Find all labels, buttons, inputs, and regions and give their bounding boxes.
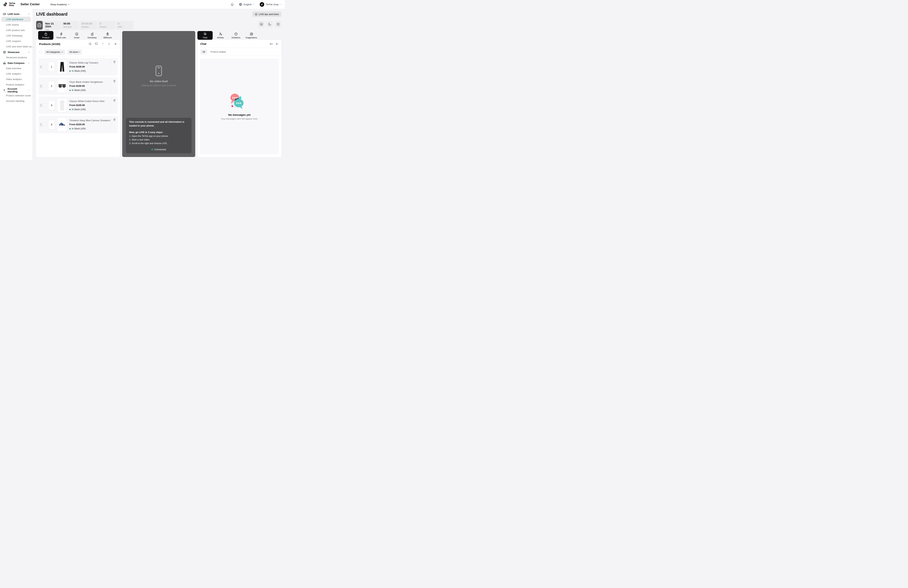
chat-filter-all[interactable]: All <box>200 49 207 55</box>
monitor-chart-icon <box>260 22 263 26</box>
group-label: LIVE tools <box>8 13 19 15</box>
lightning-icon <box>60 32 63 36</box>
brand-line-2: Shop <box>9 4 15 6</box>
tab-billboard[interactable]: Billboard <box>100 31 115 40</box>
tab-product[interactable]: Product <box>38 31 53 40</box>
sidebar-item-live-coupons[interactable]: LIVE coupons <box>2 39 31 44</box>
globe-icon <box>239 3 242 6</box>
sidebar-item-data-overview[interactable]: Data overview <box>2 66 31 71</box>
drag-handle-icon[interactable] <box>40 123 42 126</box>
pin-to-top-icon[interactable] <box>101 42 105 45</box>
tab-activity[interactable]: Activity <box>213 31 228 40</box>
stat-value: 0 <box>100 22 113 25</box>
chevron-up-icon <box>28 13 30 15</box>
billboard-icon <box>106 32 109 36</box>
sidebar-item-live-giveaway[interactable]: LIVE Giveaway <box>2 33 31 38</box>
tab-chat[interactable]: Chat <box>197 31 213 40</box>
drag-handle-icon[interactable] <box>40 66 42 68</box>
chevron-down-icon <box>68 3 70 5</box>
language-selector[interactable]: English <box>239 3 255 6</box>
sidebar-group-account-standing[interactable]: Account standing <box>0 87 32 93</box>
add-product-icon[interactable] <box>114 42 117 45</box>
product-checkbox[interactable] <box>43 65 46 68</box>
phone-icon <box>155 66 162 76</box>
notification-bell-icon[interactable] <box>230 3 234 6</box>
delete-icon[interactable] <box>108 42 111 45</box>
delete-product-icon[interactable] <box>113 60 116 63</box>
group-label: Data Compass <box>8 62 24 64</box>
tab-label: Giveaway <box>87 37 97 39</box>
sidebar-item-live-short-video[interactable]: LIVE and short video ca… <box>2 44 31 49</box>
product-image-shirt <box>57 98 67 112</box>
nav-shop-academy[interactable]: Shop Academy <box>50 3 70 6</box>
sidebar-item-live-analytics[interactable]: LIVE analytics <box>2 71 31 76</box>
product-checkbox[interactable] <box>43 123 46 126</box>
chevron-up-icon <box>28 89 30 91</box>
delete-product-icon[interactable] <box>113 99 116 102</box>
delete-product-icon[interactable] <box>113 80 116 83</box>
sidebar-group-data-compass[interactable]: Data Compass <box>0 60 32 66</box>
drag-handle-icon[interactable] <box>40 104 42 107</box>
row-divider <box>111 117 111 132</box>
stock-filter-select[interactable]: All stock <box>68 49 82 55</box>
tiktok-note-icon <box>3 2 8 7</box>
tab-label: Suggestions <box>246 37 257 39</box>
sidebar-item-product-analytics[interactable]: Product analytics <box>2 82 31 87</box>
activity-icon <box>219 32 222 36</box>
stat-viewers: 0 Viewers <box>98 21 115 30</box>
sidebar-item-live-product-sets[interactable]: LIVE product sets <box>2 27 31 33</box>
tab-flash-sale[interactable]: Flash sale <box>53 31 69 40</box>
chat-messages-area: No messages yet Any messages sent will a… <box>200 58 279 154</box>
sidebar-item-showcase-products[interactable]: Showcase products <box>2 55 31 60</box>
product-row: 3 Classic White Cotton Dress Shirt From … <box>38 96 118 114</box>
sidebar-item-live-events[interactable]: LIVE events <box>2 22 31 27</box>
sidebar-group-live-tools[interactable]: LIVE tools <box>0 11 32 17</box>
video-feed-panel: No video feed Waiting for video to start… <box>122 31 195 157</box>
font-decrease-button[interactable]: A- <box>276 42 279 45</box>
stat-value: 00:00:00 <box>82 22 95 25</box>
sidebar-group-showcase[interactable]: Showcase <box>0 49 32 55</box>
product-name: Classic Wide-Leg Trousers <box>69 61 98 64</box>
product-image-trousers <box>57 60 67 74</box>
product-checkbox[interactable] <box>43 85 46 87</box>
live-tips-label: LIVE tips and tricks <box>259 13 279 16</box>
tab-script[interactable]: A Script <box>69 31 84 40</box>
undo-icon[interactable] <box>95 42 98 45</box>
stat-label: Duration <box>82 26 95 28</box>
product-name: Onyx Black Aviator Sunglasses <box>69 80 103 83</box>
dark-mode-button[interactable] <box>266 21 273 27</box>
select-all-checkbox[interactable] <box>39 51 42 53</box>
account-menu[interactable]: TikTok shop <box>260 2 282 7</box>
stat-value: 00:00 <box>63 22 77 25</box>
product-checkbox[interactable] <box>43 104 46 107</box>
chat-filter-product-related[interactable]: Product related <box>211 51 226 53</box>
tab-suggestions[interactable]: Suggestions <box>244 31 259 40</box>
stat-start-time: 00:00 Start time <box>61 21 79 30</box>
font-increase-button[interactable]: A+ <box>270 42 273 45</box>
chevron-down-icon <box>253 3 255 5</box>
sidebar-item-video-analytics[interactable]: Video analytics <box>2 77 31 82</box>
live-tips-button[interactable]: LIVE tips and tricks <box>253 11 281 17</box>
category-filter-select[interactable]: All Categories <box>44 49 65 55</box>
group-label: Account standing <box>8 87 26 93</box>
tab-giveaway[interactable]: Giveaway <box>84 31 100 40</box>
delete-product-icon[interactable] <box>113 118 116 121</box>
tab-label: Billboard <box>103 37 112 39</box>
stat-value: 0 <box>118 22 132 25</box>
product-stock: In Stock (100) <box>72 127 86 130</box>
sidebar-item-product-selection-score[interactable]: Product selection score <box>2 93 31 98</box>
tab-label: Script <box>74 37 79 39</box>
console-line-2: Now, go LIVE in 3 easy steps: <box>129 130 188 134</box>
drag-handle-icon[interactable] <box>40 85 42 87</box>
fullscreen-button[interactable] <box>275 21 281 27</box>
stock-dot <box>69 128 71 129</box>
tiktok-shop-logo[interactable]: TikTok Shop <box>3 2 15 7</box>
sidebar-item-account-standing[interactable]: Account standing <box>2 98 31 104</box>
tab-violations[interactable]: Violations <box>228 31 243 40</box>
search-icon[interactable] <box>89 42 92 45</box>
shop-academy-label: Shop Academy <box>50 3 67 6</box>
screen-share-button[interactable] <box>258 21 265 27</box>
product-name: Timeless Navy Blue Canvas Sneakers <box>69 119 110 122</box>
sidebar-item-live-dashboard[interactable]: LIVE dashboard <box>2 17 31 22</box>
product-row: 2 Onyx Black Aviator Sunglasses From $10… <box>38 77 118 95</box>
